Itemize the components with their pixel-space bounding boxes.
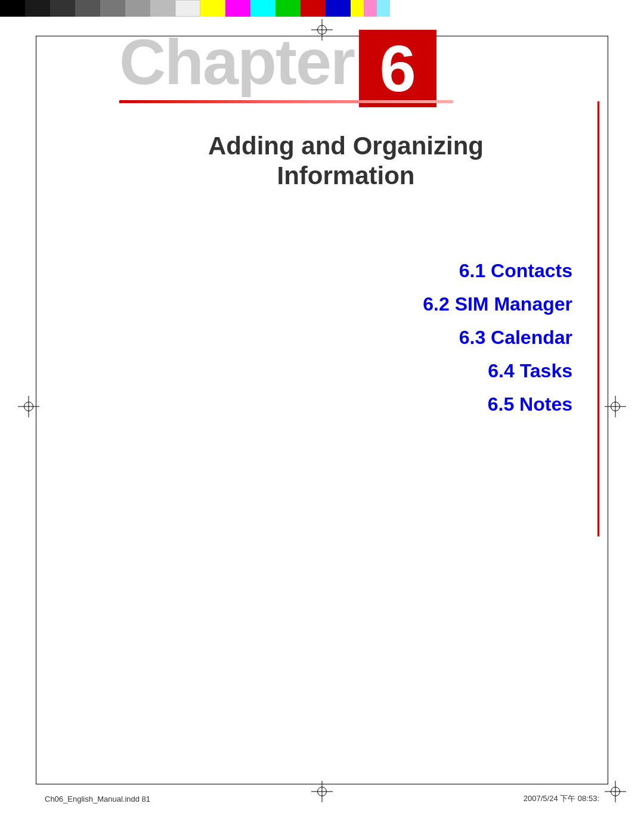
footer: Ch06_English_Manual.indd 81 2007/5/24 下午… — [45, 793, 599, 804]
chapter-number-box: 6 — [359, 30, 436, 107]
swatch-gray — [100, 0, 125, 17]
swatch-blue — [326, 0, 351, 17]
swatch-green — [275, 0, 301, 17]
right-vertical-line — [597, 101, 599, 536]
swatch-white — [175, 0, 200, 17]
swatch-black2 — [25, 0, 50, 17]
swatch-dark-gray — [50, 0, 75, 17]
swatch-cyan — [250, 0, 275, 17]
reg-mark-right-center — [605, 396, 626, 417]
toc-item-5: 6.5 Notes — [423, 390, 572, 418]
swatch-light-gray — [125, 0, 150, 17]
swatch-yellow — [200, 0, 225, 17]
toc-list: 6.1 Contacts 6.2 SIM Manager 6.3 Calenda… — [423, 256, 572, 423]
swatch-magenta — [225, 0, 250, 17]
reg-mark-bottom-right — [605, 781, 626, 802]
chapter-title-line1: Adding and Organizing Information — [119, 131, 572, 191]
swatch-light-cyan — [377, 0, 390, 17]
reg-mark-left-center — [18, 396, 39, 417]
color-bar — [0, 0, 644, 17]
swatch-yellow2 — [351, 0, 364, 17]
chapter-title: Adding and Organizing Information — [119, 131, 572, 191]
footer-filename: Ch06_English_Manual.indd 81 — [45, 795, 150, 803]
toc-item-1: 6.1 Contacts — [423, 256, 572, 285]
swatch-mid-gray — [75, 0, 100, 17]
chapter-header: Chapter 6 — [119, 30, 644, 107]
chapter-word: Chapter — [119, 30, 354, 94]
swatch-red — [301, 0, 326, 17]
toc-item-4: 6.4 Tasks — [423, 356, 572, 385]
chapter-underline — [119, 100, 453, 103]
swatch-lighter-gray — [150, 0, 175, 17]
toc-item-3: 6.3 Calendar — [423, 323, 572, 352]
chapter-number: 6 — [379, 36, 416, 101]
footer-timestamp: 2007/5/24 下午 08:53: — [524, 793, 599, 804]
toc-item-2: 6.2 SIM Manager — [423, 290, 572, 318]
swatch-pink — [364, 0, 377, 17]
swatch-black1 — [0, 0, 25, 17]
